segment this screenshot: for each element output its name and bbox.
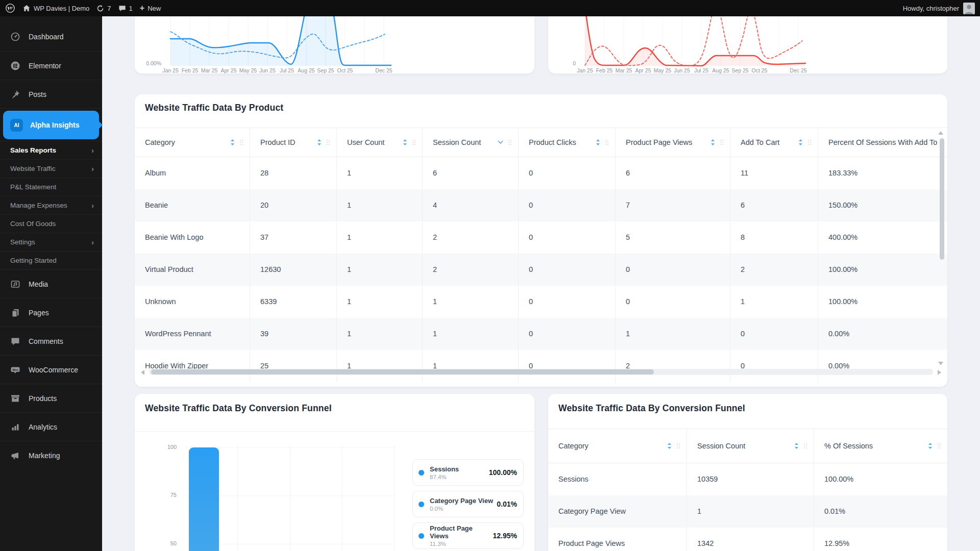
cell: 39 [250,318,336,350]
sidebar-subitem-website-traffic[interactable]: Website Traffic › [0,159,102,178]
sidebar-subitem-manage-expenses[interactable]: Manage Expenses › [0,196,102,214]
sort-desc-icon[interactable] [498,140,503,144]
sidebar-active-wrap: AI Alpha Insights [0,108,102,141]
column-header-percent-sessions-add-to-cart[interactable]: Percent Of Sessions With Add To [818,128,947,157]
sort-icon[interactable] [794,442,799,449]
y-tick: 100 [141,444,177,450]
submenu-label: Getting Started [10,257,57,264]
sidebar-item-label: WooCommerce [29,366,78,374]
sidebar-subitem-getting-started[interactable]: Getting Started [0,251,102,269]
legend-dot-icon [419,533,424,539]
cell: 1 [336,318,422,350]
sidebar-item-media[interactable]: Media [0,269,102,298]
sidebar-item-elementor[interactable]: Elementor [0,51,102,80]
admin-bar: WP Davies | Demo 7 1 + New Howdy, christ… [0,0,980,16]
column-header-category[interactable]: Category [135,128,250,157]
drag-handle-icon[interactable] [937,443,941,449]
sidebar-item-alpha-insights[interactable]: AI Alpha Insights [3,111,99,139]
legend-dot-icon [419,470,424,475]
sidebar-subitem-sales-reports[interactable]: Sales Reports › [0,141,102,159]
cell: 2 [422,254,518,286]
vertical-scrollbar-thumb[interactable] [940,138,944,260]
drag-handle-icon[interactable] [676,443,680,449]
sidebar-item-posts[interactable]: Posts [0,80,102,108]
cell: 150.00% [818,189,947,221]
x-tick: Oct 25 [747,67,772,73]
column-header-product-id[interactable]: Product ID [250,128,336,157]
account-menu[interactable]: Howdy, christopher [903,3,975,14]
comments-menu[interactable]: 1 [118,5,133,12]
column-header-session-count[interactable]: Session Count [687,429,814,463]
cell-category: Album [135,157,250,189]
horizontal-scrollbar[interactable] [149,369,933,375]
column-header-category[interactable]: Category [548,429,687,463]
cell-category: Hoodie With Zipper [135,350,250,382]
funnel-table-header-row: Category Session Count % Of Sessions [548,429,947,463]
product-table: Category Product ID User Count Session C… [135,128,947,382]
scroll-up-arrow[interactable] [938,131,943,135]
drag-handle-icon[interactable] [508,139,512,145]
sidebar-item-comments[interactable]: Comments [0,327,102,355]
sort-icon[interactable] [667,442,672,449]
sort-icon[interactable] [710,139,715,146]
scroll-right-arrow[interactable] [938,370,941,375]
sidebar-item-pages[interactable]: Pages [0,298,102,327]
table-row: Virtual Product 12630 1 2 0 0 2 100.00% [135,254,947,286]
sidebar-item-marketing[interactable]: Marketing [0,441,102,469]
column-header-percent-of-sessions[interactable]: % Of Sessions [814,429,947,463]
cell: 11 [730,157,818,189]
cell: 1 [422,350,518,382]
wp-logo-menu[interactable] [5,3,15,13]
y-tick: 75 [141,492,177,498]
horizontal-scrollbar-thumb[interactable] [151,369,654,374]
sidebar-item-dashboard[interactable]: Dashboard [0,22,102,51]
cell: 7 [615,189,730,221]
sidebar-item-label: Media [29,280,48,288]
sort-icon[interactable] [928,442,933,449]
sidebar-item-analytics[interactable]: Analytics [0,412,102,441]
submenu-label: Settings [10,238,35,246]
column-header-user-count[interactable]: User Count [336,128,422,157]
traffic-chart-card-blue: 0.00% Jan 25 Feb 25 Mar 25 Apr 25 May 25… [135,16,534,73]
sidebar-item-woocommerce[interactable]: Woo WooCommerce [0,355,102,384]
drag-handle-icon[interactable] [605,139,609,145]
drag-handle-icon[interactable] [807,139,812,145]
sidebar-subitem-cost-of-goods[interactable]: Cost Of Goods [0,214,102,233]
drag-handle-icon[interactable] [803,443,807,449]
sort-icon[interactable] [596,139,600,146]
update-icon [96,5,104,12]
new-content-menu[interactable]: + New [140,4,161,12]
line-chart-red [578,16,813,67]
new-label: New [148,5,161,12]
column-header-add-to-cart[interactable]: Add To Cart [730,128,818,157]
sort-icon[interactable] [317,139,322,146]
funnel-table: Category Session Count % Of Sessions Ses… [548,429,947,551]
sidebar-item-label: Marketing [29,452,60,460]
sidebar-subitem-pl-statement[interactable]: P&L Statement [0,178,102,196]
column-header-product-page-views[interactable]: Product Page Views [615,128,730,157]
updates-menu[interactable]: 7 [96,5,111,12]
column-header-product-clicks[interactable]: Product Clicks [518,128,615,157]
drag-handle-icon[interactable] [239,139,243,145]
sort-icon[interactable] [403,139,407,146]
cell: 28 [250,157,336,189]
cell: 1 [615,318,730,350]
drag-handle-icon[interactable] [326,139,330,145]
sidebar-subitem-settings[interactable]: Settings › [0,233,102,251]
sidebar-item-products[interactable]: Products [0,384,102,412]
cell: 0 [518,286,615,318]
scroll-down-arrow[interactable] [938,362,943,365]
column-header-session-count[interactable]: Session Count [422,128,518,157]
cell: 0 [518,254,615,286]
drag-handle-icon[interactable] [412,139,416,145]
site-menu[interactable]: WP Davies | Demo [22,4,89,12]
submenu-label: Manage Expenses [10,202,67,209]
cell: 10359 [687,463,814,495]
chevron-right-icon: › [91,238,94,246]
sort-icon[interactable] [230,139,235,146]
scroll-left-arrow[interactable] [141,370,144,375]
table-title: Website Traffic Data By Conversion Funne… [558,403,745,414]
cell: 0.01% [814,495,947,528]
drag-handle-icon[interactable] [720,139,724,145]
sort-icon[interactable] [798,139,803,146]
